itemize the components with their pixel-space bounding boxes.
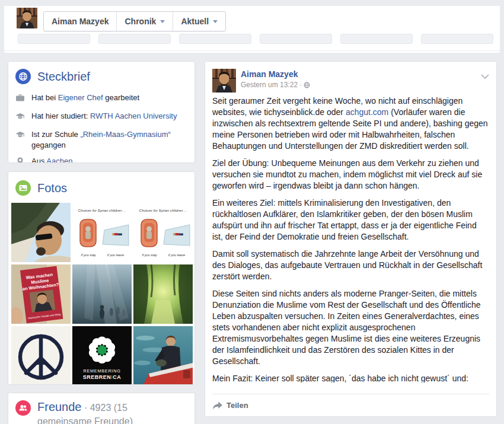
steckbrief-row-school: Ist zur Schule „Rhein-Maas-Gymnasium“ ge… [15,129,187,151]
profile-tab-bar: Aiman Mazyek Chronik Aktuell [43,11,226,31]
post-paragraph: Seit geraumer Zeit vergeht keine Woche, … [212,95,489,152]
tab-chronik[interactable]: Chronik [117,12,173,31]
share-button[interactable]: Teilen [212,394,489,416]
photo-man-boat[interactable] [133,326,193,385]
post-paragraph: Ein weiteres Ziel: mittels Kriminalisier… [212,197,489,243]
cartoon-caption-leave: if you leave [168,253,185,257]
chevron-down-icon [213,20,218,23]
post-meta: Gestern um 13:22 · [241,80,489,90]
steckbrief-row-work: Hat bei Eigener Chef gearbeitet [15,93,187,106]
tab-aktuell-label: Aktuell [181,17,209,26]
freunde-card: Freunde · 4923 (15 gemeinsame Freunde) [8,393,195,424]
post-header: Aiman Mazyek Gestern um 13:22 · [205,62,496,90]
row-text: Ist zur Schule [31,130,80,139]
profile-name-label: Aiman Mazyek [52,17,109,26]
chevron-down-icon [160,20,165,23]
row-text: Hat hier studiert: [31,111,90,120]
link-eigener-chef[interactable]: Eigener Chef [58,93,103,102]
hidden-card-stub [260,34,332,44]
tab-chronik-label: Chronik [125,17,156,26]
globe-icon [15,69,31,84]
hidden-card-stub [179,34,251,44]
srebrenica-word-part: SREBREN [83,374,111,380]
link-rhein-maas-gymnasium[interactable]: „Rhein-Maas-Gymnasium“ [80,130,170,139]
row-text: Hat bei [31,93,58,102]
photo-srebrenica[interactable]: REMEMBERING SREBRENICA [72,326,132,385]
photo-man-mountain[interactable] [11,203,71,262]
post-paragraph: Mein Fazit: Keiner soll später sagen, ´d… [212,373,489,382]
profile-photo-thumbnail[interactable] [17,8,37,28]
srebrenica-line1: REMEMBERING [83,368,120,374]
steckbrief-header: Steckbrief [15,69,187,84]
fotos-card: Fotos Choices for Syrian children ... [8,171,195,385]
steckbrief-row-university: Hat hier studiert: RWTH Aachen Universit… [15,111,187,124]
row-text: gearbeitet [103,93,139,102]
link-aachen[interactable]: Aachen [46,157,72,163]
hidden-card-stub [18,34,90,44]
steckbrief-rows: Hat bei Eigener Chef gearbeitet Hat hier… [15,93,187,163]
photo-cartoon-choices-1[interactable]: Choices for Syrian children ... if you s… [72,203,132,262]
profile-name-tab[interactable]: Aiman Mazyek [44,12,117,31]
photo-peace-eiffel[interactable] [11,326,71,385]
divider [4,50,500,51]
share-label: Teilen [227,401,248,410]
photo-forest-stream[interactable] [133,264,193,324]
srebrenica-word-part: CA [113,374,121,380]
cartoon-title: Choices for Syrian children ... [139,208,187,212]
row-text: Aus [31,157,46,163]
post-card: Aiman Mazyek Gestern um 13:22 · Seit ger… [205,61,497,417]
share-icon [212,401,222,410]
profile-nav-band: Aiman Mazyek Chronik Aktuell [4,6,500,53]
fotos-title: Fotos [37,180,67,196]
hidden-card-stub [421,34,493,44]
friends-icon [15,400,31,416]
cartoon-title: Choices for Syrian children ... [78,208,126,212]
fotos-header: Fotos [8,172,194,203]
photos-icon [15,180,31,196]
freunde-text: Freunde · 4923 (15 gemeinsame Freunde) [37,400,180,424]
cartoon-caption-leave: if you leave [107,253,124,257]
post-timestamp[interactable]: Gestern um 13:22 [241,80,298,90]
post-author-avatar[interactable] [212,69,236,93]
privacy-globe-icon [304,82,310,88]
portrait-image [17,8,37,28]
hidden-card-stub [340,34,413,44]
tab-aktuell[interactable]: Aktuell [173,12,225,31]
location-pin-icon [15,156,25,163]
link-achgut[interactable]: achgut.com [346,107,388,117]
link-rwth-aachen[interactable]: RWTH Aachen University [90,111,177,120]
freunde-header: Freunde · 4923 (15 gemeinsame Freunde) [15,400,187,424]
photo-book-cover[interactable]: Was machen Muslime an Weihnachten? Islam… [11,264,71,324]
photo-cartoon-choices-2[interactable]: Choices for Syrian children ... if you s… [133,203,193,262]
briefcase-icon [15,93,25,106]
cartoon-caption-stay: if you stay [81,253,96,257]
post-paragraph: Damit soll systematisch die Jahrzehnte l… [212,248,489,282]
steckbrief-card: Steckbrief Hat bei Eigener Chef gearbeit… [8,61,195,163]
cartoon-caption-stay: if you stay [142,253,157,257]
post-paragraph: Diese Seiten sind nichts anders als mode… [212,288,489,367]
row-text: gegangen [31,141,66,149]
graduation-cap-icon [15,111,25,124]
portrait-image [212,69,236,93]
steckbrief-row-hometown: Aus Aachen [15,156,187,163]
post-paragraph: Ziel der Übung: Unbequeme Meinungen aus … [212,158,489,192]
photo-grid: Choices for Syrian children ... if you s… [11,203,192,385]
post-options-chevron-icon[interactable] [481,71,489,82]
post-author-name[interactable]: Aiman Mazyek [241,69,489,80]
graduation-cap-icon [15,129,25,151]
photo-underwater[interactable] [72,264,132,324]
svg-text:SREBRENICA: SREBRENICA [83,374,122,380]
freunde-title[interactable]: Freunde [37,400,82,413]
hidden-card-stub [98,34,171,44]
meta-separator: · [299,80,302,90]
post-body: Seit geraumer Zeit vergeht keine Woche, … [205,90,496,382]
steckbrief-title: Steckbrief [37,69,90,84]
